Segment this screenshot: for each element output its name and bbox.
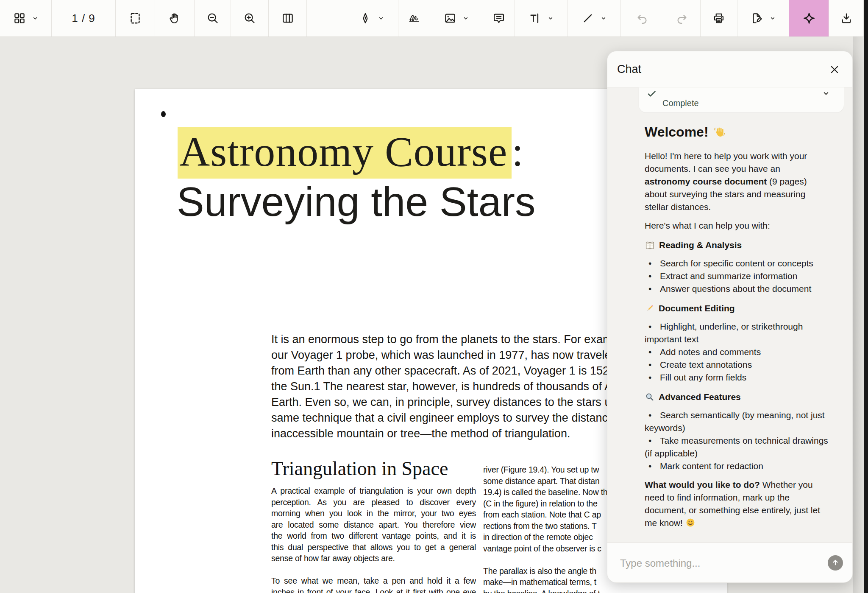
- document-text-line: morning when you look in the mirror, you…: [271, 508, 476, 519]
- signature-icon: [408, 12, 420, 25]
- zoom-out-button[interactable]: [195, 0, 231, 36]
- hand-icon: [168, 12, 181, 25]
- signature-tool-button[interactable]: [398, 0, 430, 36]
- smile-emoji: [685, 517, 696, 528]
- page-layout-menu-button[interactable]: [0, 0, 52, 36]
- pencil-emoji: [645, 303, 655, 313]
- undo-button[interactable]: [621, 0, 663, 36]
- bullet-text: (if applicable): [645, 448, 698, 458]
- download-button[interactable]: [829, 0, 864, 36]
- ai-assistant-button[interactable]: [789, 0, 829, 36]
- document-title-line1: Astronomy Course:: [178, 128, 524, 176]
- marquee-icon: [129, 12, 142, 25]
- status-expander-button[interactable]: [820, 87, 832, 101]
- zoom-out-icon: [206, 12, 219, 25]
- bullet-item: •Add notes and comments: [645, 346, 846, 358]
- bullet-item: •Fill out any form fields: [645, 371, 846, 384]
- chat-bullet-list: •Search semantically (by meaning, not ju…: [645, 409, 846, 473]
- intro-paragraph: It is an enormous step to go from the pl…: [271, 332, 630, 442]
- close-icon: [829, 64, 840, 75]
- document-text-line: sense of how far away objects are.: [271, 553, 476, 564]
- text: document, or something else entirely, ju…: [645, 505, 820, 515]
- document-text-line: this dual perspective that allows you to…: [271, 542, 476, 553]
- bullet-dot: •: [648, 283, 651, 295]
- print-button[interactable]: [701, 0, 737, 36]
- bullet-text: Add notes and comments: [660, 347, 761, 357]
- zoom-in-icon: [243, 12, 256, 25]
- comment-icon: [492, 12, 505, 25]
- chat-section-heading-text: Document Editing: [659, 302, 735, 315]
- text-tool-icon: [529, 12, 541, 25]
- book-emoji: [645, 240, 655, 251]
- bullet-item-continuation: important text: [645, 333, 846, 346]
- chat-section-heading-text: Advanced Features: [659, 391, 741, 403]
- text: me know!: [645, 518, 685, 528]
- window-edge-bar: [864, 0, 868, 593]
- chat-input-bar: [607, 543, 852, 582]
- document-text-line: from Earth than any other spacecraft. As…: [271, 363, 630, 379]
- send-button[interactable]: [828, 555, 843, 571]
- document-text-line: by the baseline. A knowledge of t: [483, 588, 727, 593]
- bullet-item: •Mark content for redaction: [645, 460, 846, 473]
- document-text-line: perception. As you are pleased to discov…: [271, 497, 476, 508]
- text: about surveying the stars and measuring: [645, 189, 805, 199]
- bullet-text: Search semantically (by meaning, not jus…: [660, 410, 825, 420]
- split-view-button[interactable]: [269, 0, 307, 36]
- chat-panel: Chat Complete Welcome!Hello! I'm here to…: [607, 51, 853, 583]
- redo-icon: [676, 12, 688, 25]
- document-title-line2: Surveying the Stars: [177, 179, 535, 225]
- bullet-text: Create text annotations: [660, 360, 752, 369]
- grid-icon: [13, 12, 26, 25]
- document-text-line: same technique that a civil engineer emp…: [271, 410, 630, 426]
- bullet-item-continuation: keywords): [645, 422, 846, 434]
- bullet-dot: •: [648, 460, 651, 473]
- list-bullet-dot: [161, 111, 166, 117]
- welcome-heading: Welcome!: [645, 123, 846, 140]
- page-indicator-label: 1 / 9: [72, 12, 95, 25]
- bullet-dot: •: [648, 434, 651, 447]
- chat-section-heading-text: Reading & Analysis: [659, 239, 742, 252]
- document-text-line: inches in front of your face. Look at it…: [271, 587, 476, 593]
- pan-tool-button[interactable]: [155, 0, 195, 36]
- marquee-select-button[interactable]: [116, 0, 155, 36]
- status-card[interactable]: Complete: [639, 87, 844, 112]
- check-icon: [646, 88, 657, 101]
- chat-text-line: need to find information, mark up the: [645, 491, 846, 504]
- chat-text-line: stellar distances.: [645, 201, 846, 213]
- chat-input[interactable]: [619, 553, 803, 573]
- welcome-heading-text: Welcome!: [645, 123, 709, 140]
- text-tool-menu-button[interactable]: [515, 0, 568, 36]
- zoom-in-button[interactable]: [231, 0, 269, 36]
- redo-button[interactable]: [663, 0, 701, 36]
- split-view-icon: [281, 12, 294, 25]
- chevron-down-icon: [32, 15, 39, 22]
- document-editor-menu-button[interactable]: [737, 0, 789, 36]
- line-tool-menu-button[interactable]: [568, 0, 621, 36]
- document-text-line: A practical example of triangulation is …: [271, 485, 476, 497]
- bullet-text: keywords): [645, 423, 685, 433]
- bullet-dot: •: [648, 358, 651, 371]
- chat-bullet-list: •Highlight, underline, or strikethroughi…: [645, 320, 846, 384]
- close-chat-button[interactable]: [828, 63, 841, 76]
- document-text-line: inaccessible mountain or tree—the method…: [271, 426, 630, 442]
- chevron-down-icon: [462, 15, 469, 22]
- page-indicator: 1 / 9: [52, 0, 116, 36]
- image-tool-menu-button[interactable]: [430, 0, 483, 36]
- chat-text-line: Here's what I can help you with:: [645, 219, 846, 232]
- arrow-up-icon: [831, 558, 840, 568]
- toolbar: 1 / 9: [0, 0, 864, 37]
- bullet-text: Answer questions about the document: [660, 284, 811, 294]
- bullet-item: •Search for specific content or concepts: [645, 257, 846, 270]
- text: stellar distances.: [645, 202, 711, 212]
- pen-tool-menu-button[interactable]: [345, 0, 398, 36]
- bullet-item-continuation: (if applicable): [645, 447, 846, 460]
- bullet-text: Search for specific content or concepts: [660, 258, 813, 268]
- comment-tool-button[interactable]: [483, 0, 515, 36]
- status-label: Complete: [662, 98, 699, 108]
- toolbar-spacer: [307, 0, 345, 36]
- chat-messages: Welcome!Hello! I'm here to help you work…: [645, 123, 846, 541]
- bullet-item: •Create text annotations: [645, 358, 846, 371]
- chat-text-line: about surveying the stars and measuring: [645, 188, 846, 201]
- text: Whether you: [760, 480, 813, 490]
- bullet-dot: •: [648, 320, 651, 333]
